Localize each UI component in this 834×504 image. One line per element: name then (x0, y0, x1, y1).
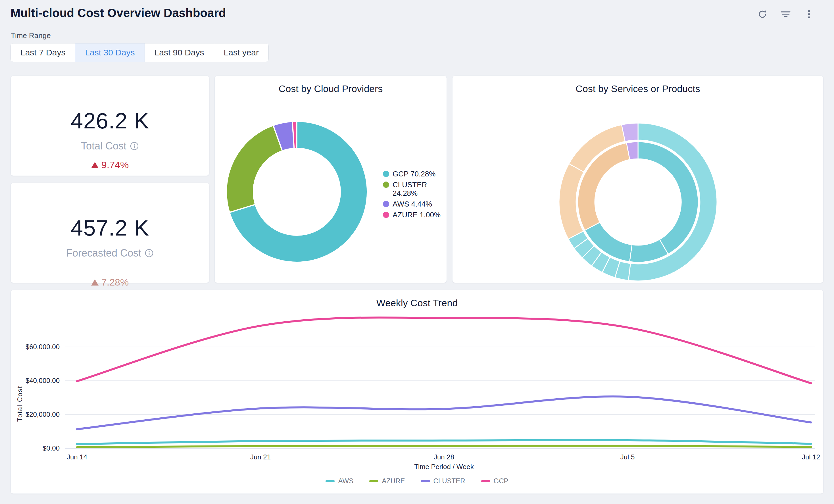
legend-dash (421, 480, 430, 482)
up-triangle-icon (91, 279, 98, 286)
y-axis-title: Total Cost (16, 386, 24, 422)
legend-label: AZURE (382, 477, 405, 485)
legend-label: GCP 70.28% (393, 170, 436, 178)
kpi-forecasted-cost-label-row: Forecasted Cost (66, 247, 154, 259)
legend-label: AWS (338, 477, 353, 485)
legend-dash (326, 480, 335, 482)
time-range-option-last-90-days[interactable]: Last 90 Days (145, 43, 214, 62)
trend-legend-item-aws[interactable]: AWS (326, 477, 353, 485)
cost-by-providers-card: Cost by Cloud Providers GCP 70.28%CLUSTE… (215, 75, 447, 283)
kpi-card-total-cost: 426.2 K Total Cost 9.74% (10, 75, 210, 176)
legend-label: AWS 4.44% (393, 200, 432, 208)
time-range-label: Time Range (11, 31, 51, 40)
trend-line-cluster[interactable] (77, 397, 811, 429)
trend-line-azure[interactable] (77, 446, 811, 447)
legend-label: GCP (494, 477, 508, 485)
legend-dot (383, 201, 389, 207)
trend-legend-item-azure[interactable]: AZURE (369, 477, 405, 485)
x-tick-label: Jul 12 (802, 453, 820, 461)
kpi-total-cost-label: Total Cost (81, 140, 126, 152)
services-sunburst-chart (453, 76, 824, 283)
x-axis-title: Time Period / Week (414, 463, 474, 470)
y-tick-label: $0.00 (43, 444, 60, 452)
legend-item-cluster[interactable]: CLUSTER 24.28% (383, 180, 441, 197)
trend-legend: AWSAZURECLUSTERGCP (11, 477, 823, 485)
legend-item-gcp[interactable]: GCP 70.28% (383, 170, 441, 178)
info-icon[interactable] (145, 248, 154, 258)
trend-line-aws[interactable] (77, 440, 811, 444)
legend-label: CLUSTER (434, 477, 465, 485)
weekly-cost-trend-card: Weekly Cost Trend $0.00$20,000.00$40,000… (10, 290, 824, 494)
kpi-total-cost-delta: 9.74% (91, 159, 129, 171)
time-range-option-last-30-days[interactable]: Last 30 Days (75, 43, 144, 62)
time-range-option-last-year[interactable]: Last year (214, 43, 268, 62)
legend-dot (383, 181, 389, 188)
x-tick-label: Jun 14 (67, 453, 87, 461)
legend-label: CLUSTER 24.28% (393, 180, 441, 197)
kpi-card-forecasted-cost: 457.2 K Forecasted Cost 7.28% (10, 183, 210, 283)
y-tick-label: $60,000.00 (26, 343, 60, 351)
header-actions (756, 8, 815, 20)
x-tick-label: Jul 5 (620, 453, 635, 461)
kpi-total-cost-label-row: Total Cost (81, 140, 139, 152)
donut-slice-cluster[interactable] (226, 125, 282, 212)
weekly-cost-trend-chart: $0.00$20,000.00$40,000.00$60,000.00Jun 1… (11, 290, 824, 494)
filter-icon[interactable] (780, 8, 792, 20)
page-title: Multi-cloud Cost Overview Dashboard (10, 6, 226, 20)
kpi-total-cost-value: 426.2 K (71, 109, 149, 132)
info-icon[interactable] (130, 141, 139, 151)
kpi-forecasted-cost-delta: 7.28% (91, 277, 129, 288)
kpi-forecasted-cost-delta-value: 7.28% (102, 277, 129, 288)
donut-legend: GCP 70.28%CLUSTER 24.28%AWS 4.44%AZURE 1… (383, 170, 441, 219)
legend-dot (383, 212, 389, 218)
kebab-menu-icon[interactable] (803, 8, 815, 20)
kpi-forecasted-cost-value: 457.2 K (71, 217, 149, 239)
kpi-forecasted-cost-label: Forecasted Cost (66, 247, 141, 259)
time-range-group: Last 7 DaysLast 30 DaysLast 90 DaysLast … (10, 43, 269, 62)
time-range-option-last-7-days[interactable]: Last 7 Days (11, 43, 75, 62)
legend-dash (369, 480, 378, 482)
y-tick-label: $40,000.00 (26, 377, 60, 385)
trend-line-gcp[interactable] (77, 317, 811, 383)
dashboard-page: Multi-cloud Cost Overview Dashboard Time… (0, 0, 834, 504)
x-tick-label: Jun 21 (250, 453, 271, 461)
gridlines (65, 347, 815, 448)
legend-dot (383, 171, 389, 177)
x-tick-label: Jun 28 (434, 453, 454, 461)
kpi-total-cost-delta-value: 9.74% (102, 159, 129, 171)
up-triangle-icon (91, 162, 98, 168)
axis-labels: $0.00$20,000.00$40,000.00$60,000.00Jun 1… (16, 343, 820, 470)
cost-by-services-card: Cost by Services or Products (452, 75, 824, 283)
legend-item-azure[interactable]: AZURE 1.00% (383, 211, 441, 219)
legend-dash (481, 480, 490, 482)
legend-label: AZURE 1.00% (393, 211, 441, 219)
y-tick-label: $20,000.00 (26, 411, 60, 418)
legend-item-aws[interactable]: AWS 4.44% (383, 200, 441, 208)
refresh-icon[interactable] (756, 8, 769, 20)
trend-legend-item-cluster[interactable]: CLUSTER (421, 477, 465, 485)
trend-legend-item-gcp[interactable]: GCP (481, 477, 508, 485)
